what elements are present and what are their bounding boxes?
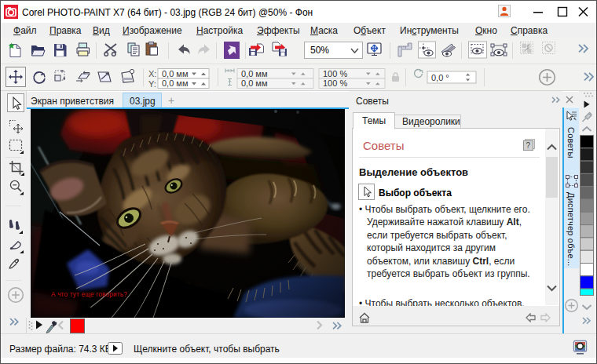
svg-text:?: ? xyxy=(526,141,531,150)
svg-text:Y:: Y: xyxy=(148,79,156,89)
svg-text:0,0 °: 0,0 ° xyxy=(431,73,449,82)
svg-text:0,0 мм: 0,0 мм xyxy=(241,78,267,88)
svg-text:100 %: 100 % xyxy=(323,69,347,78)
svg-text:100 %: 100 % xyxy=(323,78,347,88)
svg-text:X:: X: xyxy=(148,69,156,78)
svg-text:А что тут еще говорить?: А что тут еще говорить? xyxy=(51,291,127,298)
svg-text:0,0 мм: 0,0 мм xyxy=(162,69,188,78)
svg-text:50%: 50% xyxy=(310,45,329,56)
svg-text:0,0 мм: 0,0 мм xyxy=(162,78,188,88)
svg-text:0,0 мм: 0,0 мм xyxy=(241,69,267,78)
